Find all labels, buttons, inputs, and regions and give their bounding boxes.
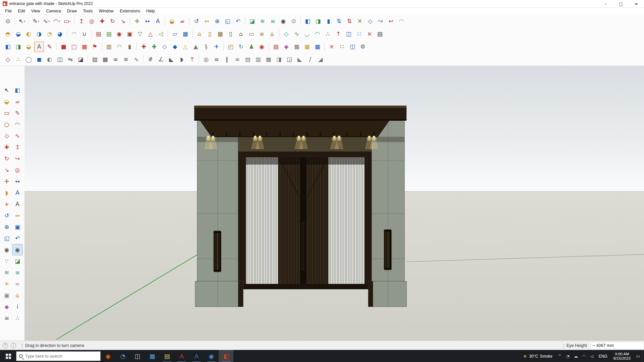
notification-center-icon[interactable]: ▭ <box>634 350 642 362</box>
section-cuts-icon[interactable]: ≋ <box>258 16 267 26</box>
union-solid-icon[interactable]: ◐ <box>24 29 34 39</box>
volume-icon[interactable]: ◁ <box>588 350 596 362</box>
scale-tool-icon[interactable]: ↘ <box>118 16 128 26</box>
eye-height-value[interactable]: ~ 4067 mm <box>590 342 644 349</box>
start-button[interactable] <box>0 350 16 362</box>
section-plane-icon[interactable]: ◪ <box>247 16 257 26</box>
extrude-lines-icon[interactable]: ≡ <box>212 54 221 65</box>
layers-panel-icon[interactable]: ◧ <box>3 42 13 52</box>
grid-tool-icon[interactable]: ▦ <box>180 29 190 39</box>
section-display-tool[interactable]: ≋ <box>1 267 12 278</box>
crystal-blue-icon[interactable]: ◇ <box>160 42 169 52</box>
stairs-tool-icon[interactable]: ≡ <box>257 29 267 39</box>
pushpull-tool[interactable]: ↥ <box>12 141 23 153</box>
credits-info-icon[interactable]: i <box>11 343 16 348</box>
bubble-tool-icon[interactable]: ◯ <box>24 54 34 65</box>
shell-half-icon[interactable]: ◐ <box>45 54 54 65</box>
onedrive-icon[interactable]: ☁ <box>572 350 580 362</box>
taskbar-clock[interactable]: 9:00 AM 8/15/2023 <box>610 352 634 361</box>
scale-tool[interactable]: ↘ <box>1 164 12 176</box>
wall-tool-icon[interactable]: ▯ <box>205 29 215 39</box>
spin-tool-icon[interactable]: ↻ <box>236 42 246 52</box>
rotate-tool[interactable]: ↻ <box>1 153 12 164</box>
paint-style-icon[interactable]: ◧ <box>303 16 313 26</box>
intersect-solid-icon[interactable]: ◒ <box>13 29 23 39</box>
text-style-editor-icon[interactable]: A <box>34 42 44 52</box>
previous-view-tool[interactable]: ↶ <box>12 233 23 244</box>
network-icon[interactable]: ◠ <box>580 350 588 362</box>
hatch-diagonal-icon[interactable]: ▨ <box>90 54 100 65</box>
drape-tool-icon[interactable]: ▽ <box>135 29 145 39</box>
rectangle-tool-icon[interactable]: ▭▾ <box>62 16 72 26</box>
mirror-plane-icon[interactable]: ◫ <box>55 54 65 65</box>
bezier-tool-icon[interactable]: ◡ <box>302 29 312 39</box>
column-tool-icon[interactable]: ▮ <box>125 42 135 52</box>
menu-tools[interactable]: Tools <box>80 8 96 14</box>
mirror-tool-icon[interactable]: ◫ <box>344 29 354 39</box>
flip-edge-icon[interactable]: ◁ <box>156 29 166 39</box>
dimension-tool[interactable]: ↔ <box>12 176 23 187</box>
task-view-icon[interactable]: ◫ <box>130 350 145 362</box>
add-detail-icon[interactable]: △ <box>146 29 155 39</box>
delete-x-icon[interactable]: × <box>327 42 336 52</box>
zoom-tool-icon[interactable]: ⊕ <box>212 16 222 26</box>
frame-red-icon[interactable]: □ <box>69 42 79 52</box>
select-tool-icon[interactable]: ↖▾ <box>17 16 27 26</box>
person-figure-icon[interactable]: ♟ <box>247 42 256 52</box>
sketch-pencil-icon[interactable]: ✎ <box>45 42 54 52</box>
ruler-tool-icon[interactable]: # <box>146 54 155 65</box>
settings-gear-icon[interactable]: ⚙ <box>358 42 368 52</box>
floor-tool-icon[interactable]: ▭ <box>247 29 256 39</box>
zoom-selection-icon[interactable]: ⊙ <box>3 16 13 26</box>
orbit-tool[interactable]: ↺ <box>1 210 12 221</box>
outliner-tool[interactable]: ∴ <box>12 312 23 324</box>
prism-tool-icon[interactable]: ◇ <box>3 54 13 65</box>
stamp-tool-icon[interactable]: ▣ <box>125 29 135 39</box>
line-tool[interactable]: ✎ <box>12 107 23 119</box>
trim-solid-icon[interactable]: ◔ <box>45 29 54 39</box>
menu-window[interactable]: Window <box>96 8 116 14</box>
report-tool-icon[interactable]: ▤ <box>375 29 385 39</box>
arch-tool-icon[interactable]: ◠ <box>114 42 124 52</box>
show-desktop-button[interactable] <box>642 350 644 362</box>
steel-grid-icon[interactable]: ▦ <box>292 42 302 52</box>
split-style-icon[interactable]: ◨ <box>313 16 323 26</box>
triangle-square-icon[interactable]: ◣ <box>166 54 176 65</box>
menu-view[interactable]: View <box>28 8 43 14</box>
rail-tool-icon[interactable]: ∥ <box>222 54 232 65</box>
material-red-icon[interactable]: ■ <box>59 42 68 52</box>
joint-pushpull-icon[interactable]: ↑ <box>333 29 343 39</box>
curve-tool-icon[interactable]: ∿ <box>292 29 302 39</box>
calculator-icon[interactable]: ▦ <box>145 350 160 362</box>
open-box-icon[interactable]: ◰ <box>226 42 235 52</box>
ribbon-tool-icon[interactable]: ◠ <box>396 16 406 26</box>
louver-tool-icon[interactable]: ▤ <box>243 54 253 65</box>
dropdown-caret-icon[interactable]: ▾ <box>38 20 39 23</box>
slope-tool-icon[interactable]: / <box>305 54 315 65</box>
spring-tool-icon[interactable]: § <box>201 42 211 52</box>
make-component-icon[interactable]: ⌂ <box>195 29 204 39</box>
section-fill-icon[interactable]: ≡ <box>268 16 278 26</box>
pushpin-red-icon[interactable]: ◉ <box>257 42 267 52</box>
pipe-tool-icon[interactable]: ◎ <box>201 54 211 65</box>
protractor-tool[interactable]: ◗ <box>1 187 12 198</box>
extension-warehouse-tool[interactable]: ◆ <box>1 301 12 312</box>
search-input[interactable] <box>25 354 89 359</box>
dots-array-icon[interactable]: ∷ <box>337 42 347 52</box>
rectangle-tool[interactable]: ▭ <box>1 107 12 119</box>
tape-measure-icon[interactable]: ✛ <box>132 16 142 26</box>
shadows-tool[interactable]: ☀ <box>1 278 12 290</box>
curl-green-icon[interactable]: ↪ <box>376 16 385 26</box>
dropdown-caret-icon[interactable]: ▾ <box>48 20 50 23</box>
flip-horizontal-icon[interactable]: ⇋ <box>65 54 75 65</box>
viewport-3d[interactable] <box>24 66 644 341</box>
previous-view-icon[interactable]: ↶ <box>233 16 243 26</box>
hatch-cross-icon[interactable]: ▩ <box>100 54 110 65</box>
crate-box-icon[interactable]: ▥ <box>104 42 114 52</box>
section-outer-tool[interactable]: ≡ <box>12 267 23 278</box>
zoom-extents-tool[interactable]: ◱ <box>1 233 12 244</box>
protractor-tool-icon[interactable]: ◗ <box>177 54 186 65</box>
menu-file[interactable]: File <box>2 8 15 14</box>
model-info-tool[interactable]: i <box>12 301 23 312</box>
language-indicator[interactable]: ENG <box>596 354 610 359</box>
